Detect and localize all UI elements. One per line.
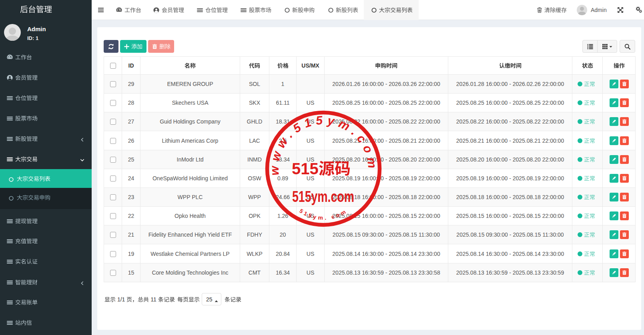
svg-text:515ym. com: 515ym. com [298,207,348,221]
svg-text:515ym.com: 515ym.com [292,188,354,205]
svg-text:www.515ym.com: www.515ym.com [268,114,379,176]
svg-text:515: 515 [292,160,319,177]
